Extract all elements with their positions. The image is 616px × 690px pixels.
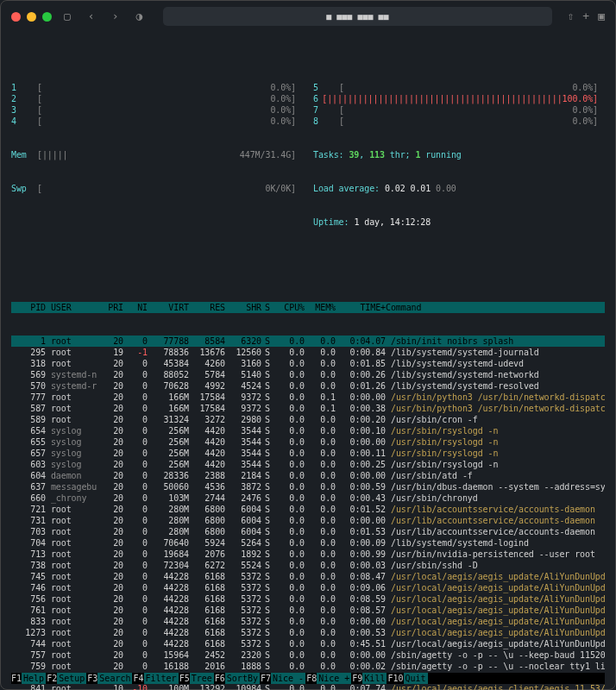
process-row[interactable]: 654 syslog200256M44203544S0.00.00:00.10/… [11,425,605,436]
browser-window: ▢ ‹ › ◑ ■ ■■■ ■■■ ■■ ⇧ + ▣ 1[0.0%]2[0.0%… [0,0,616,690]
process-row[interactable]: 603 syslog200256M44203544S0.00.00:00.25/… [11,459,605,470]
process-row[interactable]: 738 root2007230462725524S0.00.00:00.03/u… [11,560,605,571]
process-row[interactable]: 589 root2003132432722980S0.00.00:00.20/u… [11,414,605,425]
process-row[interactable]: 655 syslog200256M44203544S0.00.00:00.00/… [11,436,605,448]
header-user[interactable]: USER [46,302,99,313]
process-row[interactable]: 587 root200166M175849372S0.00.10:00.38/u… [11,403,605,414]
fkey-F4-label[interactable]: Filter [144,673,179,684]
fkey-F6-label[interactable]: SortBy [225,673,260,684]
process-list[interactable]: 1 root2007778885846320S0.00.00:04.07/sbi… [11,336,605,690]
fkey-F10: F10 [387,673,403,684]
process-row[interactable]: 295 root19-1788361367612560S0.00.00:00.8… [11,347,605,358]
back-icon[interactable]: ‹ [83,9,100,24]
url-text: ■ ■■■ ■■■ ■■ [326,11,388,22]
fkey-F8-label[interactable]: Nice + [317,673,351,684]
process-row[interactable]: 759 root2001618820161888S0.00.00:00.02/s… [11,661,605,672]
process-row[interactable]: 756 root2004422861685372S0.00.00:08.59/u… [11,593,605,605]
uptime-line: Uptime: 1 day, 14:12:28 [313,216,598,228]
fkey-F3-label[interactable]: Search [97,673,132,684]
header-ni[interactable]: NI [123,302,148,313]
mem-bar: [||||| [37,149,68,160]
footer-keys: F1Help F2Setup F3SearchF4FilterF5Tree F6… [11,673,605,684]
process-row[interactable]: 704 root2007064059245264S0.00.00:00.09/l… [11,537,605,549]
process-row[interactable]: 745 root2004422861685372S0.00.00:08.47/u… [11,571,605,582]
process-row[interactable]: 604 daemon2002833623882184S0.00.00:00.00… [11,470,605,481]
process-row[interactable]: 777 root200166M175849372S0.00.10:00.00/u… [11,392,605,403]
process-row[interactable]: 841 root10-10100M1329210984S0.00.00:07.7… [11,683,605,690]
shield-icon[interactable]: ◑ [130,9,148,24]
fkey-F5-label[interactable]: Tree [190,673,214,684]
zoom-icon[interactable] [42,12,52,22]
process-row[interactable]: 318 root2004538442603160S0.00.00:01.85/l… [11,358,605,369]
process-row[interactable]: 660 _chrony200103M27442476S0.00.00:00.43… [11,492,605,504]
header-shr[interactable]: SHR [225,302,261,313]
fkey-F6: F6 [215,673,225,684]
fkey-F9: F9 [352,673,362,684]
tabs-icon[interactable]: ▣ [598,9,605,24]
url-field[interactable]: ■ ■■■ ■■■ ■■ [163,7,551,26]
fkey-F10-label[interactable]: Quit [404,673,428,684]
load-line: Load average: 0.02 0.01 0.00 [313,183,598,194]
sidebar-icon[interactable]: ▢ [59,9,76,24]
fkey-F4: F4 [133,673,143,684]
fkey-F7: F7 [261,673,271,684]
swp-value: 0K/0K] [46,183,296,194]
minimize-icon[interactable] [27,12,36,22]
swp-label: Swp [11,183,37,194]
fkey-F8: F8 [306,673,317,684]
header-pid[interactable]: PID [11,302,46,313]
fkey-F1-label[interactable]: Help [22,673,46,684]
header-res[interactable]: RES [189,302,225,313]
share-icon[interactable]: ⇧ [568,9,575,24]
process-row[interactable]: 721 root200280M68006004S0.00.00:01.52/us… [11,504,605,515]
process-row[interactable]: 569 systemd-n2008805257845140S0.00.00:00… [11,369,605,380]
process-row[interactable]: 1 root2007778885846320S0.00.00:04.07/sbi… [11,336,605,347]
process-row[interactable]: 746 root2004422861685372S0.00.00:09.06/u… [11,582,605,593]
process-row[interactable]: 637 messagebu2005006045363872S0.00.00:00… [11,481,605,492]
header-command[interactable]: Command [386,302,605,313]
process-row[interactable]: 1273 root2004422861685372S0.00.00:00.53/… [11,627,605,638]
process-row[interactable]: 657 syslog200256M44203544S0.00.00:00.11/… [11,448,605,459]
tasks-line: Tasks: 39, 113 thr; 1 running [313,149,598,160]
terminal[interactable]: 1[0.0%]2[0.0%]3[0.0%]4[0.0%] Mem[|||||44… [1,32,615,690]
process-row[interactable]: 703 root200280M68006004S0.00.00:01.53/us… [11,526,605,537]
mem-value: 447M/31.4G] [72,149,296,160]
process-row[interactable]: 833 root2004422861685372S0.00.00:00.00/u… [11,616,605,627]
fkey-F5: F5 [179,673,190,684]
header-cpu%[interactable]: CPU% [273,302,305,313]
header-mem%[interactable]: MEM% [305,302,336,313]
process-row[interactable]: 757 root2001596424522320S0.00.00:00.00/s… [11,649,605,661]
titlebar: ▢ ‹ › ◑ ■ ■■■ ■■■ ■■ ⇧ + ▣ [1,1,615,32]
forward-icon[interactable]: › [107,9,124,24]
fkey-F3: F3 [87,673,97,684]
fkey-F9-label[interactable]: Kill [362,673,387,684]
process-header[interactable]: PID USERPRINIVIRTRESSHRSCPU%MEM%TIME+ Co… [11,302,605,313]
process-row[interactable]: 731 root200280M68006004S0.00.00:00.00/us… [11,515,605,526]
fkey-F2-label[interactable]: Setup [57,673,86,684]
process-row[interactable]: 570 systemd-r2007062849924524S0.00.00:01… [11,380,605,392]
header-virt[interactable]: VIRT [148,302,189,313]
header-s[interactable]: S [261,302,273,313]
process-row[interactable]: 761 root2004422861685372S0.00.00:08.57/u… [11,605,605,616]
process-row[interactable]: 744 root2004422861685372S0.00.00:45.51/u… [11,638,605,649]
close-icon[interactable] [11,12,21,22]
cpu-meters: 1[0.0%]2[0.0%]3[0.0%]4[0.0%] Mem[|||||44… [11,60,605,250]
traffic-lights [11,12,52,22]
mem-label: Mem [11,149,37,160]
fkey-F7-label[interactable]: Nice - [271,673,305,684]
process-row[interactable]: 713 root2001968420761892S0.00.00:00.99/u… [11,549,605,560]
header-time+[interactable]: TIME+ [336,302,386,313]
swp-bar: [ [37,183,42,194]
fkey-F1: F1 [11,673,22,684]
newtab-icon[interactable]: + [582,9,589,24]
header-pri[interactable]: PRI [99,302,123,313]
fkey-F2: F2 [47,673,57,684]
